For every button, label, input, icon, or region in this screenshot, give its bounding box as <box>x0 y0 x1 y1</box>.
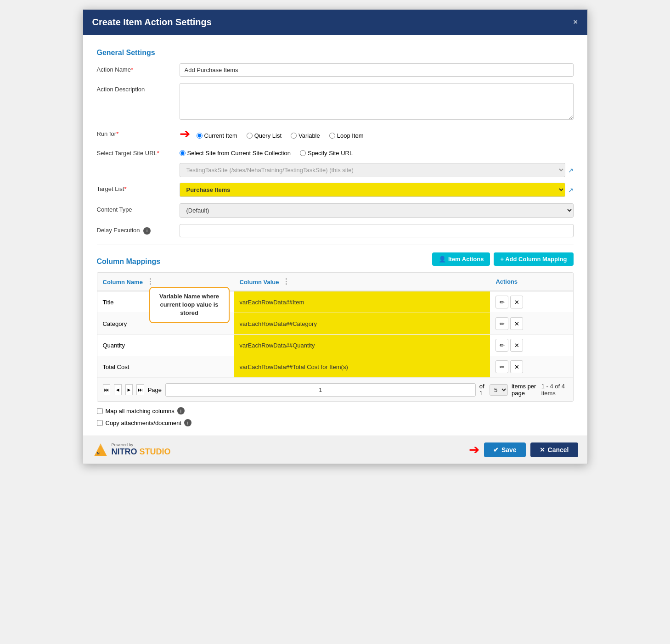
cancel-button[interactable]: ✕ Cancel <box>530 442 578 457</box>
studio-label: STUDIO <box>140 447 171 456</box>
col-value-dots[interactable]: ⋮ <box>281 278 292 286</box>
footer-actions: ➔ ✔ Save ✕ Cancel <box>469 442 578 457</box>
run-for-variable-radio[interactable] <box>291 133 297 139</box>
delay-execution-info-icon[interactable]: i <box>143 227 151 235</box>
delete-button[interactable]: ✕ <box>510 317 523 330</box>
site-url-radio-group: Select Site from Current Site Collection… <box>180 147 574 157</box>
table-row: Title varEachRowData##Item Variable Name… <box>97 291 573 313</box>
save-button[interactable]: ✔ Save <box>484 442 526 457</box>
site-external-link-icon[interactable]: ↗ <box>568 167 574 174</box>
edit-button[interactable]: ✏ <box>495 360 508 373</box>
close-button[interactable]: × <box>573 17 578 27</box>
delay-execution-input[interactable] <box>180 224 574 237</box>
col-name-dots[interactable]: ⋮ <box>145 278 156 286</box>
delete-button[interactable]: ✕ <box>510 296 523 308</box>
current-site-radio[interactable] <box>180 150 186 156</box>
items-per-page-dropdown[interactable]: 5 <box>490 384 508 396</box>
target-list-control-row: Purchase Items ↗ <box>180 183 574 197</box>
specify-url-option[interactable]: Specify Site URL <box>300 150 353 157</box>
cancel-x-icon: ✕ <box>540 446 545 454</box>
dialog-body: General Settings Action Name* Action Des… <box>83 35 587 436</box>
col-actions-cell: CSV file column name ✏ ✕ <box>490 313 573 335</box>
col-value-cell: varEachRowData##Total Cost for Item(s) <box>234 356 490 378</box>
map-all-checkbox[interactable] <box>97 408 103 414</box>
table-row: Total Cost varEachRowData##Total Cost fo… <box>97 356 573 378</box>
run-for-loop-item-option[interactable]: Loop Item <box>329 132 364 139</box>
specify-url-label: Specify Site URL <box>308 150 353 157</box>
col-value-cell: varEachRowData##Item Variable Name where… <box>234 291 490 313</box>
col-actions-cell: ✏ ✕ <box>490 291 573 313</box>
col-actions-cell: ✏ ✕ <box>490 356 573 378</box>
item-actions-icon: 👤 <box>439 256 446 263</box>
specify-url-radio[interactable] <box>300 150 306 156</box>
target-site-label: Select Target Site URL* <box>97 147 180 157</box>
target-list-row: Target List* Purchase Items ↗ <box>97 183 574 197</box>
dialog-container: Create Item Action Settings × General Se… <box>83 9 588 464</box>
pagination-row: ⏮ ◄ ► ⏭ Page of 1 5 items per page 1 - 4… <box>97 378 573 401</box>
save-label: Save <box>501 446 517 454</box>
next-page-button[interactable]: ► <box>125 384 133 395</box>
column-mappings-table: Column Name ⋮ Column Value ⋮ Actions Tit… <box>97 273 573 378</box>
current-site-option[interactable]: Select Site from Current Site Collection <box>180 150 291 157</box>
row-actions: CSV file column name ✏ ✕ <box>495 317 567 330</box>
action-name-label: Action Name* <box>97 63 180 73</box>
first-page-button[interactable]: ⏮ <box>103 384 111 395</box>
edit-button[interactable]: ✏ <box>495 317 508 330</box>
run-for-radio-group: Current Item Query List Variable Lo <box>197 129 364 139</box>
run-for-variable-option[interactable]: Variable <box>291 132 320 139</box>
target-list-external-link-icon[interactable]: ↗ <box>568 186 574 194</box>
row-actions: ✏ ✕ <box>495 339 567 352</box>
last-page-button[interactable]: ⏭ <box>136 384 144 395</box>
item-actions-button[interactable]: 👤 Item Actions <box>432 252 490 266</box>
nitro-logo: N Powered by NITRO STUDIO <box>92 442 171 458</box>
delay-execution-control <box>180 224 574 237</box>
svg-text:N: N <box>97 451 100 455</box>
cancel-label: Cancel <box>548 446 569 454</box>
nitro-footer: N Powered by NITRO STUDIO <box>92 442 171 458</box>
col-value-header: Column Value ⋮ <box>234 273 490 291</box>
col-actions-header: Actions <box>490 273 573 291</box>
run-for-query-list-radio[interactable] <box>247 133 253 139</box>
run-for-loop-item-label: Loop Item <box>337 132 364 139</box>
target-list-dropdown[interactable]: Purchase Items <box>180 183 565 197</box>
action-description-input[interactable] <box>180 83 574 120</box>
col-value-text: varEachRowData##Total Cost for Item(s) <box>240 364 348 370</box>
copy-attachments-checkbox[interactable] <box>97 420 103 426</box>
run-for-row: Run for* ➔ Current Item Query List <box>97 128 574 140</box>
run-for-variable-label: Variable <box>298 132 320 139</box>
run-for-label: Run for* <box>97 128 180 137</box>
delete-button[interactable]: ✕ <box>510 339 523 352</box>
run-for-container: ➔ Current Item Query List Variable <box>180 128 574 140</box>
row-actions: ✏ ✕ <box>495 296 567 308</box>
map-all-row: Map all matching columns i <box>97 407 574 414</box>
content-type-control: (Default) <box>180 203 574 218</box>
prev-page-button[interactable]: ◄ <box>114 384 122 395</box>
col-name-cell: Total Cost <box>97 356 234 378</box>
col-value-text: varEachRowData##Item <box>240 299 304 306</box>
copy-attachments-row: Copy attachments/document i <box>97 419 574 426</box>
delete-button[interactable]: ✕ <box>510 360 523 373</box>
run-for-query-list-label: Query List <box>254 132 282 139</box>
action-name-input[interactable] <box>180 63 574 77</box>
action-description-control <box>180 83 574 121</box>
edit-button[interactable]: ✏ <box>495 339 508 352</box>
run-for-query-list-option[interactable]: Query List <box>247 132 282 139</box>
edit-button[interactable]: ✏ <box>495 296 508 308</box>
copy-attachments-label: Copy attachments/document <box>106 420 181 426</box>
run-for-loop-item-radio[interactable] <box>329 133 335 139</box>
action-description-label: Action Description <box>97 83 180 93</box>
column-mappings-table-container: Column Name ⋮ Column Value ⋮ Actions Tit… <box>97 272 574 402</box>
run-for-current-item-radio[interactable] <box>197 133 203 139</box>
svg-marker-1 <box>94 445 107 456</box>
site-dropdown[interactable]: TestingTaskSite (/sites/NehaTraining/Tes… <box>180 163 565 177</box>
add-column-mapping-button[interactable]: + Add Column Mapping <box>494 252 573 266</box>
nitro-text: Powered by NITRO STUDIO <box>112 443 171 457</box>
col-value-cell: varEachRowData##Category <box>234 313 490 335</box>
item-actions-label: Item Actions <box>448 256 484 263</box>
col-actions-cell: ✏ ✕ <box>490 335 573 356</box>
map-all-info-icon[interactable]: i <box>177 407 185 414</box>
run-for-current-item-option[interactable]: Current Item <box>197 132 237 139</box>
page-number-input[interactable] <box>165 383 476 397</box>
copy-attachments-info-icon[interactable]: i <box>184 419 191 426</box>
content-type-dropdown[interactable]: (Default) <box>180 203 574 218</box>
